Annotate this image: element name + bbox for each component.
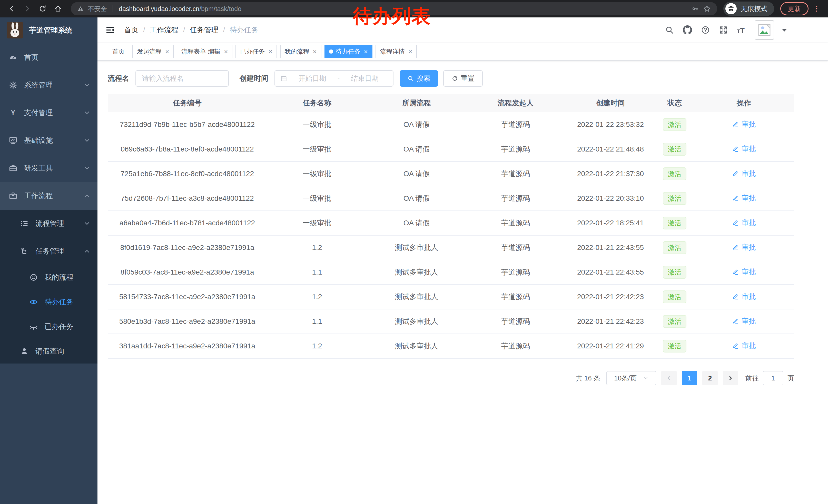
divider [113, 5, 113, 12]
date-range-input[interactable]: 开始日期 - 结束日期 [275, 70, 394, 87]
approve-link[interactable]: 审批 [732, 341, 756, 351]
close-icon[interactable]: × [224, 48, 228, 55]
help-icon[interactable] [701, 26, 710, 35]
cell-created: 2022-01-22 21:37:30 [565, 162, 656, 186]
approve-link[interactable]: 审批 [732, 218, 756, 228]
browser-home-button[interactable] [51, 2, 65, 15]
search-icon[interactable] [665, 26, 674, 35]
edit-icon [732, 293, 739, 300]
cell-status: 激活 [656, 309, 694, 334]
cell-initiator: 芋道源码 [466, 137, 565, 162]
cell-status: 激活 [656, 112, 694, 137]
browser-back-button[interactable] [5, 2, 18, 15]
cell-initiator: 芋道源码 [466, 186, 565, 211]
chevron-down-icon [643, 375, 649, 381]
page-button-1[interactable]: 1 [682, 371, 697, 385]
browser-reload-button[interactable] [36, 2, 49, 15]
cell-name: 1.1 [267, 260, 367, 284]
sidebar-item-任务管理[interactable]: 任务管理 [0, 237, 97, 265]
cell-name: 一级审批 [267, 211, 367, 235]
sidebar-item-系统管理[interactable]: 系统管理 [0, 71, 97, 99]
close-icon[interactable]: × [165, 48, 169, 55]
close-icon[interactable]: × [408, 48, 412, 55]
sidebar-item-label: 支付管理 [24, 108, 84, 118]
sidebar-item-首页[interactable]: 首页 [0, 44, 97, 71]
prev-page-button[interactable] [661, 371, 677, 385]
security-label: 不安全 [88, 5, 107, 13]
edit-icon [732, 268, 739, 276]
sidebar-item-待办任务[interactable]: 待办任务 [0, 290, 97, 314]
github-icon[interactable] [683, 26, 692, 35]
tab-待办任务[interactable]: 待办任务× [325, 45, 372, 58]
caret-down-icon[interactable] [780, 26, 789, 35]
briefcase-icon [9, 191, 17, 200]
sidebar-toggle-button[interactable] [97, 17, 123, 43]
cell-process: 测试多审批人 [367, 309, 466, 334]
tab-发起流程[interactable]: 发起流程× [132, 45, 174, 58]
app-logo[interactable]: 芋道管理系统 [0, 17, 97, 43]
browser-menu-button[interactable] [811, 2, 823, 15]
avatar[interactable] [755, 20, 774, 40]
browser-update-button[interactable]: 更新 [780, 2, 809, 15]
chevron-down-icon [84, 82, 90, 88]
reset-button[interactable]: 重置 [443, 70, 483, 87]
cell-initiator: 芋道源码 [466, 162, 565, 186]
approve-link[interactable]: 审批 [732, 316, 756, 326]
eye-closed-icon [29, 322, 38, 331]
sidebar-item-研发工具[interactable]: 研发工具 [0, 154, 97, 182]
tab-label: 待办任务 [336, 47, 360, 56]
approve-link[interactable]: 审批 [732, 144, 756, 154]
approve-link-label: 审批 [742, 218, 756, 228]
sidebar-item-我的流程[interactable]: 我的流程 [0, 265, 97, 290]
breadcrumb-item[interactable]: 任务管理 [190, 25, 218, 35]
sidebar-item-工作流程[interactable]: 工作流程 [0, 182, 97, 210]
close-icon[interactable]: × [364, 48, 368, 55]
tab-首页[interactable]: 首页 [108, 45, 129, 58]
star-icon[interactable] [703, 5, 711, 13]
page-size-select[interactable]: 10条/页 [606, 371, 656, 385]
sidebar-item-已办任务[interactable]: 已办任务 [0, 314, 97, 339]
cell-process: OA 请假 [367, 211, 466, 235]
key-icon[interactable] [692, 5, 699, 12]
sidebar-item-基础设施[interactable]: 基础设施 [0, 127, 97, 154]
page-button-2[interactable]: 2 [702, 371, 718, 385]
tab-label: 已办任务 [240, 47, 265, 56]
approve-link-label: 审批 [742, 169, 756, 178]
approve-link-label: 审批 [742, 267, 756, 277]
sidebar-item-请假查询[interactable]: 请假查询 [0, 339, 97, 364]
approve-link[interactable]: 审批 [732, 193, 756, 203]
cell-id: 73211d9d-7b9b-11ec-b5b7-acde48001122 [108, 112, 267, 137]
font-size-icon[interactable] [737, 26, 746, 35]
close-icon[interactable]: × [268, 48, 272, 55]
approve-link[interactable]: 审批 [732, 169, 756, 178]
cell-action: 审批 [694, 112, 794, 137]
breadcrumb-item[interactable]: 首页 [124, 25, 138, 35]
start-date-placeholder[interactable]: 开始日期 [289, 74, 335, 83]
tab-流程详情[interactable]: 流程详情× [376, 45, 417, 58]
approve-link[interactable]: 审批 [732, 267, 756, 277]
tab-我的流程[interactable]: 我的流程× [280, 45, 321, 58]
dashboard-icon [9, 53, 17, 62]
close-icon[interactable]: × [313, 48, 317, 55]
tab-已办任务[interactable]: 已办任务× [236, 45, 277, 58]
breadcrumb-item[interactable]: 工作流程 [150, 25, 178, 35]
approve-link[interactable]: 审批 [732, 242, 756, 252]
tab-流程表单-编辑[interactable]: 流程表单-编辑× [177, 45, 233, 58]
tree-icon [20, 247, 29, 256]
sidebar-item-label: 研发工具 [24, 163, 84, 173]
approve-link[interactable]: 审批 [732, 120, 756, 129]
goto-page-input[interactable]: 1 [763, 371, 783, 385]
process-name-input[interactable]: 请输入流程名 [135, 70, 229, 87]
cell-process: 测试多审批人 [367, 235, 466, 260]
next-page-button[interactable] [723, 371, 738, 385]
approve-link[interactable]: 审批 [732, 292, 756, 302]
sidebar-item-流程管理[interactable]: 流程管理 [0, 210, 97, 237]
table-row: 73211d9d-7b9b-11ec-b5b7-acde48001122一级审批… [108, 112, 794, 137]
sidebar-item-支付管理[interactable]: 支付管理 [0, 99, 97, 127]
status-badge: 激活 [663, 266, 687, 279]
fullscreen-icon[interactable] [719, 26, 728, 35]
total-count: 共 16 条 [576, 374, 600, 383]
browser-forward-button[interactable] [20, 2, 34, 15]
end-date-placeholder[interactable]: 结束日期 [342, 74, 388, 83]
search-button[interactable]: 搜索 [400, 70, 438, 87]
